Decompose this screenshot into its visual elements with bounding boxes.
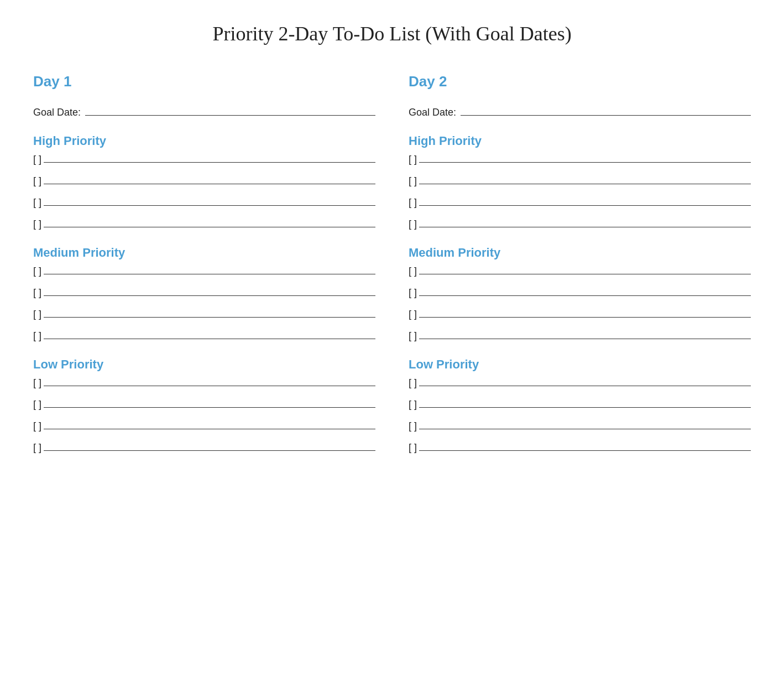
day1-high-task-1: [ ] [33,154,375,165]
bracket: [ ] [33,266,41,277]
task-line [44,450,375,451]
day1-low-task-2: [ ] [33,399,375,410]
day1-low-task-4: [ ] [33,442,375,454]
day2-medium-priority-heading: Medium Priority [409,246,751,260]
day1-medium-task-1: [ ] [33,266,375,277]
day1-medium-task-4: [ ] [33,330,375,342]
day2-medium-task-2: [ ] [409,287,751,299]
bracket: [ ] [409,330,417,342]
task-line [419,429,751,429]
day1-high-priority-heading: High Priority [33,134,375,148]
day2-low-task-3: [ ] [409,420,751,432]
day2-medium-task-3: [ ] [409,309,751,320]
day2-medium-task-4: [ ] [409,330,751,342]
bracket: [ ] [409,219,417,230]
day1-high-task-3: [ ] [33,197,375,209]
bracket: [ ] [409,420,417,432]
task-line [44,386,375,386]
bracket: [ ] [33,309,41,320]
day1-low-priority-section: Low Priority [ ] [ ] [ ] [ ] [33,357,375,454]
task-line [44,407,375,408]
day2-low-task-2: [ ] [409,399,751,410]
task-line [44,274,375,274]
bracket: [ ] [409,377,417,389]
day2-low-task-4: [ ] [409,442,751,454]
bracket: [ ] [33,399,41,410]
day1-high-priority-section: High Priority [ ] [ ] [ ] [ ] [33,134,375,230]
bracket: [ ] [33,287,41,299]
bracket: [ ] [33,420,41,432]
task-line [419,295,751,296]
day1-medium-priority-section: Medium Priority [ ] [ ] [ ] [ ] [33,246,375,342]
bracket: [ ] [409,266,417,277]
bracket: [ ] [33,154,41,165]
day2-medium-priority-section: Medium Priority [ ] [ ] [ ] [ ] [409,246,751,342]
day2-high-task-4: [ ] [409,219,751,230]
task-line [44,184,375,184]
day1-low-priority-heading: Low Priority [33,357,375,372]
page-title: Priority 2-Day To-Do List (With Goal Dat… [33,22,751,45]
day2-column: Day 2 Goal Date: High Priority [ ] [ ] [… [398,73,751,469]
bracket: [ ] [409,442,417,454]
task-line [44,227,375,227]
day2-low-priority-section: Low Priority [ ] [ ] [ ] [ ] [409,357,751,454]
bracket: [ ] [409,197,417,209]
task-line [44,339,375,339]
task-line [419,407,751,408]
task-line [419,386,751,386]
bracket: [ ] [33,175,41,187]
bracket: [ ] [33,377,41,389]
day2-heading: Day 2 [409,73,751,90]
day2-goal-date-row: Goal Date: [409,107,751,118]
task-line [419,274,751,274]
task-line [419,450,751,451]
day2-high-task-3: [ ] [409,197,751,209]
bracket: [ ] [409,175,417,187]
task-line [44,162,375,163]
task-line [419,205,751,206]
day2-high-priority-heading: High Priority [409,134,751,148]
task-line [44,317,375,318]
day1-low-task-3: [ ] [33,420,375,432]
day1-medium-task-2: [ ] [33,287,375,299]
day1-goal-date-label: Goal Date: [33,107,81,118]
task-line [44,205,375,206]
day1-low-task-1: [ ] [33,377,375,389]
day1-medium-task-3: [ ] [33,309,375,320]
day2-goal-date-label: Goal Date: [409,107,456,118]
bracket: [ ] [409,399,417,410]
day1-goal-date-line [85,115,375,116]
task-line [44,429,375,429]
day1-goal-date-row: Goal Date: [33,107,375,118]
day2-goal-date-line [461,115,751,116]
day2-high-priority-section: High Priority [ ] [ ] [ ] [ ] [409,134,751,230]
day1-high-task-4: [ ] [33,219,375,230]
task-line [419,317,751,318]
day2-high-task-2: [ ] [409,175,751,187]
task-line [44,295,375,296]
day2-low-priority-heading: Low Priority [409,357,751,372]
day1-high-task-2: [ ] [33,175,375,187]
bracket: [ ] [409,287,417,299]
bracket: [ ] [33,330,41,342]
day1-heading: Day 1 [33,73,375,90]
task-line [419,227,751,227]
day2-medium-task-1: [ ] [409,266,751,277]
task-line [419,184,751,184]
day1-column: Day 1 Goal Date: High Priority [ ] [ ] [… [33,73,398,469]
bracket: [ ] [33,197,41,209]
bracket: [ ] [33,442,41,454]
bracket: [ ] [33,219,41,230]
task-line [419,162,751,163]
bracket: [ ] [409,154,417,165]
main-columns: Day 1 Goal Date: High Priority [ ] [ ] [… [33,73,751,469]
bracket: [ ] [409,309,417,320]
day2-low-task-1: [ ] [409,377,751,389]
task-line [419,339,751,339]
day1-medium-priority-heading: Medium Priority [33,246,375,260]
day2-high-task-1: [ ] [409,154,751,165]
